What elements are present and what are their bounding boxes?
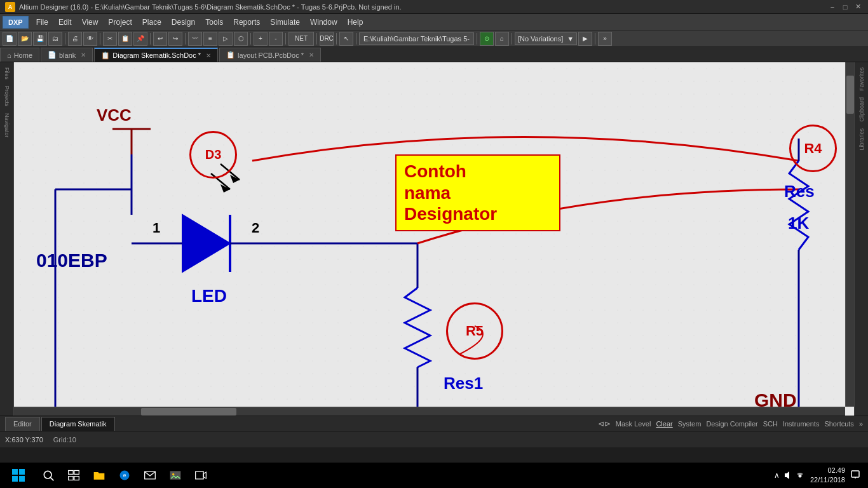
right-panel-clipboard[interactable]: Clipboard [857, 95, 866, 125]
sch-btn[interactable]: SCH [763, 420, 778, 428]
tab-pcb-close[interactable]: ✕ [309, 51, 314, 58]
tb-saveall[interactable]: 🗂 [48, 32, 62, 46]
tb-net[interactable]: NET [288, 32, 314, 46]
close-button[interactable]: ✕ [853, 2, 863, 12]
scrollbar-horizontal[interactable] [14, 407, 845, 416]
tb-place-port[interactable]: ▷ [219, 32, 233, 46]
taskbar-file-explorer[interactable] [88, 464, 111, 487]
r4-designator: R4 [789, 125, 837, 172]
tb-paste[interactable]: 📌 [133, 32, 147, 46]
variation-dropdown[interactable]: [No Variations] ▼ [515, 32, 577, 45]
design-compiler-btn[interactable]: Design Compiler [706, 420, 757, 428]
tb-redo[interactable]: ↪ [168, 32, 182, 46]
taskbar-photos[interactable] [164, 464, 187, 487]
tb-preview[interactable]: 👁 [83, 32, 97, 46]
right-panel-favorites[interactable]: Favorites [857, 65, 866, 93]
scroll-thumb-horizontal[interactable] [141, 408, 236, 416]
tb-place-wire[interactable]: 〰 [188, 32, 202, 46]
system-btn[interactable]: System [678, 420, 702, 428]
schematic-canvas[interactable]: VCC D3 1 2 LED 010EBP Contoh nama Design… [14, 62, 845, 407]
tb-compile[interactable]: ⊙ [480, 32, 494, 46]
menu-place[interactable]: Place [137, 14, 166, 30]
menu-view[interactable]: View [77, 14, 104, 30]
menu-design[interactable]: Design [166, 14, 200, 30]
taskbar-edge[interactable]: e [113, 464, 136, 487]
dxp-button[interactable]: DXP [3, 16, 29, 29]
svg-line-33 [50, 477, 53, 480]
instruments-btn[interactable]: Instruments [783, 420, 819, 428]
toolbar-sep-6 [285, 33, 286, 44]
right-panel-libraries[interactable]: Libraries [857, 126, 866, 153]
scrollbar-vertical[interactable] [845, 62, 854, 407]
led-pin1-label: 1 [153, 220, 160, 236]
menu-reports[interactable]: Reports [228, 14, 265, 30]
tb-more[interactable]: » [598, 32, 612, 46]
clear-button[interactable]: Clear [656, 420, 672, 428]
shortcuts-btn[interactable]: Shortcuts [824, 420, 853, 428]
statusbar-right: ⊲⊳ Mask Level Clear System Design Compil… [598, 419, 863, 428]
tb-undo[interactable]: ↩ [153, 32, 167, 46]
tb-place-bus[interactable]: ≡ [203, 32, 217, 46]
schematic-canvas-area[interactable]: VCC D3 1 2 LED 010EBP Contoh nama Design… [14, 62, 854, 416]
tb-place-comp[interactable]: ⬡ [234, 32, 248, 46]
statusbar-tab-editor[interactable]: Editor [5, 417, 40, 431]
statusbar-tab-schematic[interactable]: Diagram Skematik [41, 417, 115, 431]
expand-icon[interactable]: » [859, 420, 863, 428]
path-display: E:\Kuliah\Gambar Teknik\Tugas 5- [359, 32, 474, 45]
tab-blank-close[interactable]: ✕ [81, 51, 86, 58]
left-panel-navigator[interactable]: Navigator [3, 111, 11, 140]
r5-designator: R5 [446, 302, 503, 360]
menu-window[interactable]: Window [305, 14, 342, 30]
left-panel-files[interactable]: Files [3, 65, 11, 82]
tab-pcb-icon: 📋 [226, 51, 235, 59]
tab-pcb[interactable]: 📋 layout PCB.PcbDoc * ✕ [219, 48, 321, 62]
tb-home2[interactable]: ⌂ [495, 32, 509, 46]
left-panel-projects[interactable]: Projects [3, 83, 11, 109]
taskbar-taskview[interactable] [62, 464, 85, 487]
tab-home-icon: ⌂ [7, 51, 11, 59]
menu-help[interactable]: Help [342, 14, 369, 30]
menu-file[interactable]: File [31, 14, 53, 30]
nav-arrows[interactable]: ⊲⊳ [598, 419, 611, 428]
tab-blank[interactable]: 📄 blank ✕ [41, 48, 93, 62]
taskbar: e ∧ 02.49 22/11/2018 [0, 463, 868, 488]
tb-drc[interactable]: DRC [320, 32, 334, 46]
tb-open[interactable]: 📂 [18, 32, 32, 46]
tab-home[interactable]: ⌂ Home [0, 48, 39, 62]
toolbar-sep-1 [65, 33, 65, 44]
tb-zoom-in[interactable]: + [254, 32, 268, 46]
start-button[interactable] [3, 464, 34, 487]
tb-save[interactable]: 💾 [33, 32, 47, 46]
menu-edit[interactable]: Edit [53, 14, 77, 30]
tb-cut[interactable]: ✂ [103, 32, 117, 46]
action-center-icon[interactable] [850, 470, 860, 481]
network-icon[interactable] [795, 470, 805, 480]
tb-var-right[interactable]: ▶ [578, 32, 592, 46]
menu-simulate[interactable]: Simulate [265, 14, 305, 30]
main-layout: Files Projects Navigator [0, 62, 868, 416]
tb-copy[interactable]: 📋 [118, 32, 132, 46]
toolbar-sep-7 [316, 33, 317, 44]
minimize-button[interactable]: − [827, 2, 837, 12]
tab-schematic-close[interactable]: ✕ [206, 52, 211, 59]
taskbar-video[interactable] [189, 464, 212, 487]
taskbar-expand-icon[interactable]: ∧ [774, 471, 780, 480]
tb-new[interactable]: 📄 [3, 32, 17, 46]
taskbar-mail[interactable] [139, 464, 161, 487]
svg-rect-30 [12, 476, 18, 482]
taskbar-sys-icons: ∧ [774, 470, 805, 480]
taskbar-search[interactable] [37, 464, 60, 487]
tab-schematic[interactable]: 📋 Diagram Skematik.SchDoc * ✕ [94, 48, 218, 62]
tb-zoom-out[interactable]: - [269, 32, 283, 46]
menu-tools[interactable]: Tools [200, 14, 228, 30]
toolbar: 📄 📂 💾 🗂 🖨 👁 ✂ 📋 📌 ↩ ↪ 〰 ≡ ▷ ⬡ + - NET DR… [0, 30, 868, 47]
tab-blank-label: blank [59, 51, 76, 59]
scroll-thumb-vertical[interactable] [846, 76, 854, 114]
menu-project[interactable]: Project [103, 14, 137, 30]
speaker-icon[interactable] [782, 470, 792, 480]
taskbar-clock[interactable]: 02.49 22/11/2018 [810, 466, 845, 485]
toolbar-sep-10 [477, 33, 477, 44]
maximize-button[interactable]: □ [840, 2, 850, 12]
tb-print[interactable]: 🖨 [68, 32, 82, 46]
tb-pointer[interactable]: ↖ [339, 32, 353, 46]
